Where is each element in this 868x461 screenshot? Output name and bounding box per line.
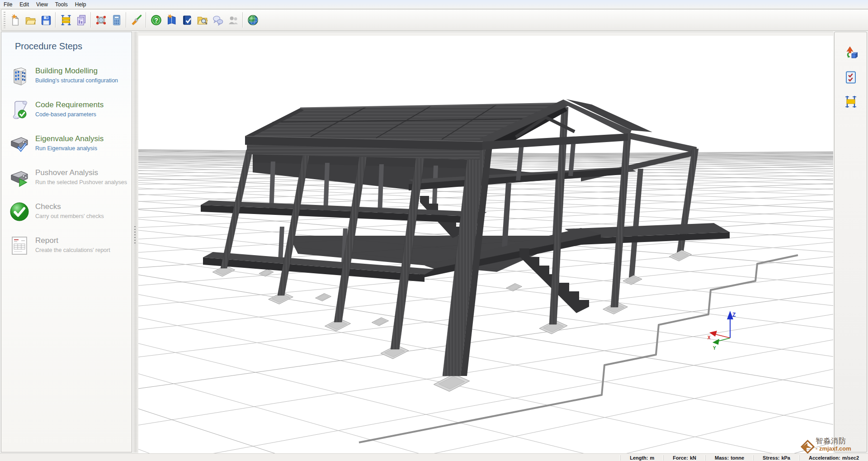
report-icon: [9, 235, 30, 257]
eigenvalue-nodes-icon: [95, 14, 107, 26]
toolbar-grip[interactable]: [4, 12, 5, 28]
website-globe-icon: [247, 14, 259, 26]
report-document-icon: [75, 14, 87, 26]
status-mass-unit: Mass:tonne: [705, 455, 753, 461]
frame-view-button[interactable]: [842, 93, 860, 111]
help-icon: ?: [150, 14, 162, 26]
sidebar-item-pushover-analysis[interactable]: Pushover Analysis Run the selected Pusho…: [9, 167, 128, 189]
manual-button[interactable]: [179, 11, 194, 29]
axis-y-label: Y: [713, 346, 716, 351]
watermark-name: 智淼消防: [816, 437, 851, 445]
watermark-site: - zmjaxf.com: [816, 445, 851, 452]
step-description: Run the selected Pushover analyses: [35, 179, 127, 185]
report-preview-button[interactable]: [73, 11, 89, 29]
sidebar-item-checks[interactable]: Checks Carry out members' checks: [9, 201, 128, 223]
paintbrush-icon: [130, 14, 142, 26]
axis-z-label: Z: [732, 312, 736, 318]
toolbar-separator: [55, 12, 56, 28]
green-check-icon: [9, 201, 30, 223]
menu-view[interactable]: View: [33, 1, 52, 8]
calculator-icon: [110, 14, 123, 26]
eigenvalue-button[interactable]: [93, 11, 108, 29]
step-label: Eigenvalue Analysis: [35, 134, 104, 144]
calculator-button[interactable]: [108, 11, 124, 29]
examples-button[interactable]: [194, 11, 210, 29]
step-description: Run Eigenvalue analysis: [35, 145, 97, 152]
menu-file[interactable]: File: [0, 1, 16, 8]
watermark: 智淼消防 - zmjaxf.com: [799, 437, 851, 456]
building-icon: [9, 65, 30, 87]
save-button[interactable]: [38, 11, 53, 29]
frame-modeller-button[interactable]: [58, 11, 73, 29]
open-folder-icon: [24, 14, 37, 26]
checks-list-icon: [844, 71, 858, 84]
status-stress-unit: Stress:kPa: [753, 455, 799, 461]
panel-title: Procedure Steps: [15, 41, 132, 52]
step-description: Building's structural configuration: [35, 77, 118, 84]
main-toolbar: ?: [1, 9, 868, 31]
status-bar: Length:m Force:kN Mass:tonne Stress:kPa …: [0, 453, 868, 461]
menu-tools[interactable]: Tools: [52, 1, 71, 8]
paintbrush-button[interactable]: [128, 11, 144, 29]
analysis-check-icon: [9, 133, 30, 155]
toolbar-separator: [146, 12, 146, 28]
view-tools-panel: [834, 32, 867, 452]
forum-button[interactable]: [210, 11, 225, 29]
website-button[interactable]: [245, 11, 260, 29]
tutorial-button[interactable]: [164, 11, 179, 29]
menu-edit[interactable]: Edit: [16, 1, 33, 8]
panel-splitter[interactable]: [132, 32, 138, 452]
step-label: Code Requirements: [35, 100, 104, 110]
model-3d-viewport[interactable]: Z X Y: [138, 32, 833, 454]
scroll-check-icon: [9, 99, 30, 121]
step-label: Pushover Analysis: [35, 168, 127, 178]
splitter-handle-icon: [134, 226, 136, 244]
toolbar-separator: [126, 12, 127, 28]
axis-x-label: X: [708, 335, 711, 340]
step-label: Checks: [35, 202, 104, 212]
toolbar-separator: [242, 12, 243, 28]
model-3d-view: Z X Y: [138, 32, 833, 454]
forum-bubbles-icon: [212, 14, 224, 26]
step-description: Create the calculations' report: [35, 247, 110, 253]
tutorial-book-icon: [165, 14, 178, 26]
status-force-unit: Force:kN: [663, 455, 705, 461]
open-button[interactable]: [23, 11, 38, 29]
help-button[interactable]: ?: [148, 11, 164, 29]
sidebar-item-building-modelling[interactable]: Building Modelling Building's structural…: [9, 65, 128, 87]
frame-view-icon: [844, 95, 858, 109]
status-length-unit: Length:m: [620, 455, 663, 461]
checks-list-button[interactable]: [842, 68, 860, 86]
manual-book-icon: [181, 14, 193, 26]
displacement-view-icon: [844, 46, 858, 60]
watermark-logo-icon: [799, 439, 816, 456]
sidebar-item-report[interactable]: Report Create the calculations' report: [9, 235, 128, 257]
menu-help[interactable]: Help: [71, 1, 90, 8]
displacement-view-button[interactable]: [842, 44, 860, 62]
step-label: Building Modelling: [35, 66, 118, 76]
axis-triad: Z X Y: [708, 311, 736, 351]
support-people-icon: [227, 14, 239, 26]
new-file-icon: [9, 14, 21, 26]
new-file-button[interactable]: [7, 11, 23, 29]
analysis-run-icon: [9, 167, 30, 189]
sidebar-item-code-requirements[interactable]: Code Requirements Code-based parameters: [9, 99, 128, 121]
support-button[interactable]: [225, 11, 241, 29]
menu-bar: File Edit View Tools Help: [0, 0, 868, 9]
step-description: Carry out members' checks: [35, 213, 104, 219]
step-description: Code-based parameters: [35, 111, 96, 118]
svg-text:?: ?: [154, 16, 158, 24]
toolbar-separator: [90, 12, 91, 28]
frame-modeller-icon: [60, 14, 72, 26]
procedure-steps-panel: Procedure Steps Building Modelling Build…: [1, 32, 132, 452]
examples-folder-icon: [196, 14, 208, 26]
sidebar-item-eigenvalue-analysis[interactable]: Eigenvalue Analysis Run Eigenvalue analy…: [9, 133, 128, 155]
step-label: Report: [35, 236, 110, 246]
save-icon: [40, 14, 52, 26]
